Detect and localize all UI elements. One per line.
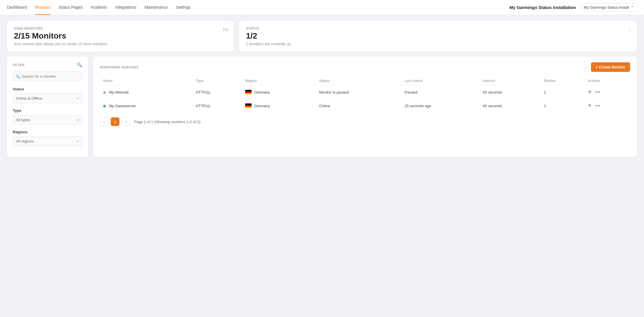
pagination: ‹ 1 › Page 1 of 1 (Showing monitors 1-2 … <box>100 117 630 126</box>
pagination-next[interactable]: › <box>122 117 130 126</box>
monitors-table: Name Type Region Status Last check Inter… <box>100 76 630 113</box>
main-content: USED MONITORS 2/15 Monitors Your current… <box>0 15 644 163</box>
cell-last-check: 25 seconds ago <box>401 99 479 113</box>
col-last-check: Last check <box>401 76 479 85</box>
search-box: 🔍 <box>13 72 82 81</box>
cell-region: Germany <box>242 85 316 99</box>
cell-interval: 60 seconds <box>479 85 541 99</box>
filter-search-icon: 🔍 <box>77 62 82 68</box>
monitored-services-title: MONITORED SERVICES <box>100 65 139 69</box>
filter-regions-label: Regions <box>13 130 82 134</box>
col-type: Type <box>192 76 241 85</box>
nav-link-settings[interactable]: Settings <box>176 0 191 15</box>
col-retries: Retries <box>541 76 584 85</box>
table-body: My Website HTTP(s) Germany Monitor is pa… <box>100 85 630 113</box>
cell-type: HTTP(s) <box>192 99 241 113</box>
pagination-page-1[interactable]: 1 <box>111 117 119 126</box>
filter-type-label: Type <box>13 108 82 113</box>
status-card: STATUS 1/2 1 monitors are currently up. … <box>239 21 637 52</box>
status-dot <box>103 105 106 108</box>
monitor-table-header: MONITORED SERVICES + Create Monitor <box>100 62 630 72</box>
create-monitor-button[interactable]: + Create Monitor <box>591 62 630 72</box>
flag-de-icon <box>245 90 252 94</box>
filter-type-section: Type All types <box>13 108 82 125</box>
installation-dropdown[interactable]: My Garmingo Status Install ⌃ <box>581 3 637 11</box>
nav-link-status-pages[interactable]: Status Pages <box>59 0 83 15</box>
cell-name: My Website <box>100 85 192 99</box>
nav-link-maintenance[interactable]: Maintenance <box>145 0 168 15</box>
used-monitors-sub: Your current plan allows you to create 1… <box>14 42 227 46</box>
filter-type-select[interactable]: All types <box>13 115 82 125</box>
table-row: My Gameserver HTTP(s) Germany Online 25 … <box>100 99 630 113</box>
cell-last-check: Paused <box>401 85 479 99</box>
table-row: My Website HTTP(s) Germany Monitor is pa… <box>100 85 630 99</box>
cell-actions: 👁 ••• <box>584 85 630 99</box>
col-name: Name <box>100 76 192 85</box>
filter-regions-section: Regions All regions <box>13 130 82 146</box>
cell-type: HTTP(s) <box>192 85 241 99</box>
cell-status: Monitor is paused <box>316 85 401 99</box>
filter-header: FILTER 🔍 <box>13 62 82 68</box>
filter-status-label: Status <box>13 87 82 91</box>
nav-link-incidents[interactable]: Incidents <box>91 0 107 15</box>
search-input[interactable] <box>13 72 82 81</box>
cell-retries: 1 <box>541 85 584 99</box>
col-region: Region <box>242 76 316 85</box>
filter-status-section: Status Online & Offline <box>13 87 82 103</box>
used-monitors-card: USED MONITORS 2/15 Monitors Your current… <box>7 21 234 52</box>
col-status: Status <box>316 76 401 85</box>
navbar: Dashboard Monitors Status Pages Incident… <box>0 0 644 15</box>
search-icon: 🔍 <box>16 74 20 79</box>
filter-panel: FILTER 🔍 🔍 Status Online & Offline Type … <box>7 57 88 157</box>
cell-interval: 60 seconds <box>479 99 541 113</box>
monitors-card-icon: № <box>223 27 228 33</box>
cell-retries: 1 <box>541 99 584 113</box>
nav-link-dashboard[interactable]: Dashboard <box>7 0 27 15</box>
chevron-down-icon: ⌃ <box>631 5 634 10</box>
view-icon[interactable]: 👁 <box>587 90 592 95</box>
filter-status-select[interactable]: Online & Offline <box>13 94 82 103</box>
filter-regions-select[interactable]: All regions <box>13 136 82 146</box>
status-card-sub: 1 monitors are currently up. <box>246 42 630 46</box>
status-card-number: 1/2 <box>246 31 630 41</box>
cell-region: Germany <box>242 99 316 113</box>
cell-name: My Gameserver <box>100 99 192 113</box>
monitor-table-panel: MONITORED SERVICES + Create Monitor Name… <box>93 57 637 157</box>
top-cards: USED MONITORS 2/15 Monitors Your current… <box>7 21 637 52</box>
table-header: Name Type Region Status Last check Inter… <box>100 76 630 85</box>
monitor-name: My Gameserver <box>109 104 136 108</box>
nav-right: My Garmingo Status Installation My Garmi… <box>510 3 637 11</box>
dropdown-label: My Garmingo Status Install <box>584 5 629 10</box>
monitor-name: My Website <box>109 90 129 94</box>
view-icon[interactable]: 👁 <box>587 103 592 108</box>
status-card-icon: ↑ <box>629 27 631 33</box>
cell-actions: 👁 ••• <box>584 99 630 113</box>
nav-link-integrations[interactable]: Integrations <box>115 0 137 15</box>
flag-de-icon <box>245 103 252 108</box>
region-name: Germany <box>254 90 270 94</box>
col-actions: Actions <box>584 76 630 85</box>
pagination-info: Page 1 of 1 (Showing monitors 1-2 of 2) <box>134 120 201 124</box>
status-card-label: STATUS <box>246 27 630 30</box>
nav-link-monitors[interactable]: Monitors <box>35 0 51 15</box>
nav-links: Dashboard Monitors Status Pages Incident… <box>7 0 510 15</box>
region-name: Germany <box>254 104 270 108</box>
filter-title: FILTER <box>13 63 25 67</box>
bottom-section: FILTER 🔍 🔍 Status Online & Offline Type … <box>7 57 637 157</box>
more-icon[interactable]: ••• <box>595 103 600 108</box>
col-interval: Interval <box>479 76 541 85</box>
cell-status: Online <box>316 99 401 113</box>
status-dot <box>103 91 106 94</box>
app-title: My Garmingo Status Installation <box>510 5 576 10</box>
used-monitors-number: 2/15 Monitors <box>14 31 227 41</box>
more-icon[interactable]: ••• <box>595 90 600 95</box>
used-monitors-label: USED MONITORS <box>14 27 227 30</box>
pagination-prev[interactable]: ‹ <box>100 117 108 126</box>
